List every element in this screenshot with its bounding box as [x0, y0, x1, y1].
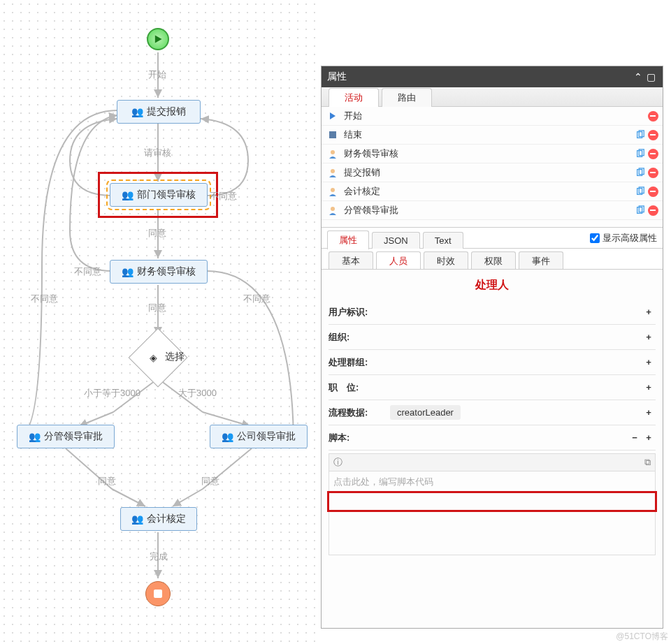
node-finance[interactable]: 👥 财务领导审核 [110, 260, 208, 284]
detail-tab[interactable]: 基本 [329, 251, 373, 269]
tab-json[interactable]: JSON [372, 232, 420, 249]
node-dept[interactable]: 👥 部门领导审核 [110, 183, 208, 207]
section-title: 处理人 [329, 274, 656, 300]
edge-label: 同意 [148, 227, 166, 240]
copy-icon[interactable] [635, 129, 646, 140]
advanced-checkbox-input[interactable] [590, 233, 600, 243]
node-label: 公司领导审批 [237, 430, 296, 443]
start-node[interactable] [147, 28, 169, 50]
copy-icon[interactable] [635, 167, 646, 178]
activity-row[interactable]: 结束 [322, 126, 663, 145]
script-editor[interactable]: 点击此处，编写脚本代码 [329, 471, 656, 555]
user-icon: 👥 [131, 513, 143, 525]
edge-label: 不同意 [210, 190, 237, 203]
flow-canvas[interactable]: 开始 👥 提交报销 请审核 👥 部门领导审核 不同意 同意 不同意 👥 财务领导… [0, 0, 318, 644]
activity-row[interactable]: 开始 [322, 107, 663, 126]
property-row: 流程数据:creatorLeader+ [329, 400, 656, 425]
edge-label-start: 开始 [148, 68, 166, 81]
delete-icon[interactable] [647, 167, 658, 178]
mid-tabs: 属性 JSON Text 显示高级属性 [322, 228, 663, 249]
svg-point-6 [331, 169, 335, 173]
svg-point-3 [331, 150, 335, 154]
add-button[interactable]: + [642, 332, 656, 342]
delete-icon[interactable] [647, 186, 658, 197]
activity-type-icon [326, 112, 340, 120]
panel-header: 属性 ⌃ ▢ [322, 66, 663, 87]
property-row: 职 位:+ [329, 375, 656, 400]
node-choice[interactable]: ◈ 选择 [116, 337, 200, 379]
add-button[interactable]: + [642, 432, 656, 443]
copy-icon[interactable] [635, 148, 646, 159]
user-icon: 👥 [122, 189, 134, 200]
tab-route[interactable]: 路由 [382, 88, 432, 107]
prop-key: 处理群组: [329, 356, 390, 369]
watermark: @51CTO博客 [616, 631, 668, 643]
copy-icon[interactable] [635, 186, 646, 197]
detail-tab[interactable]: 事件 [519, 251, 563, 269]
node-label: 财务领导审核 [137, 265, 196, 278]
edge-label: 同意 [98, 475, 116, 488]
activity-row[interactable]: 财务领导审核 [322, 145, 663, 163]
detail-tab[interactable]: 时效 [424, 251, 468, 269]
activity-row[interactable]: 会计核定 [322, 182, 663, 201]
info-icon[interactable]: ⓘ [333, 456, 342, 469]
prop-key: 组织: [329, 331, 390, 344]
tab-props[interactable]: 属性 [327, 230, 369, 249]
panel-title: 属性 [327, 71, 347, 83]
add-button[interactable]: + [642, 357, 656, 367]
activity-name: 财务领导审核 [340, 147, 635, 160]
activity-name: 提交报销 [340, 166, 635, 179]
tab-activity[interactable]: 活动 [329, 88, 379, 107]
delete-icon[interactable] [647, 129, 658, 140]
edge-label: 不同意 [243, 293, 270, 305]
svg-point-9 [331, 188, 335, 192]
node-branch-right[interactable]: 👥 公司领导审批 [210, 425, 308, 448]
maximize-icon[interactable]: ▢ [644, 71, 657, 82]
remove-button[interactable]: − [628, 432, 642, 443]
node-account[interactable]: 👥 会计核定 [120, 507, 197, 531]
edge-label: 同意 [201, 475, 219, 488]
edge-label: 完成 [150, 550, 168, 563]
activity-row[interactable]: 分管领导审批 [322, 201, 663, 220]
activity-list[interactable]: 开始结束财务领导审核提交报销会计核定分管领导审批 [322, 107, 663, 228]
script-toolbar: ⓘ ⧉ [329, 453, 656, 471]
add-button[interactable]: + [642, 407, 656, 418]
property-row: 脚本:−+ [329, 425, 656, 451]
collapse-icon[interactable]: ⌃ [632, 71, 644, 82]
property-row: 组织:+ [329, 325, 656, 350]
script-placeholder: 点击此处，编写脚本代码 [333, 476, 433, 487]
show-advanced-checkbox[interactable]: 显示高级属性 [590, 232, 657, 244]
edge-label: 小于等于3000 [84, 387, 140, 400]
activity-type-icon [326, 131, 340, 139]
user-icon: 👥 [29, 431, 41, 442]
property-row: 处理群组:+ [329, 350, 656, 375]
node-branch-left[interactable]: 👥 分管领导审批 [17, 425, 115, 448]
activity-name: 分管领导审批 [340, 204, 635, 217]
properties-panel: 属性 ⌃ ▢ 活动 路由 开始结束财务领导审核提交报销会计核定分管领导审批 属性… [321, 66, 663, 629]
activity-type-icon [326, 168, 340, 177]
prop-key: 流程数据: [329, 407, 390, 419]
activity-name: 结束 [340, 129, 635, 141]
user-icon: 👥 [222, 431, 233, 442]
delete-icon[interactable] [647, 205, 658, 216]
prop-key: 用户标识: [329, 306, 390, 319]
delete-icon[interactable] [647, 110, 658, 122]
delete-icon[interactable] [647, 148, 658, 159]
detail-tab[interactable]: 权限 [471, 251, 516, 269]
node-submit[interactable]: 👥 提交报销 [117, 100, 201, 124]
prop-value[interactable]: creatorLeader [390, 405, 642, 420]
edge-label: 同意 [148, 302, 166, 314]
user-icon: 👥 [122, 266, 134, 277]
maximize-script-icon[interactable]: ⧉ [644, 457, 651, 468]
detail-tab[interactable]: 人员 [376, 251, 421, 269]
top-level-tabs: 活动 路由 [322, 87, 663, 107]
add-button[interactable]: + [642, 307, 656, 317]
end-node[interactable] [145, 581, 171, 606]
copy-icon[interactable] [635, 205, 646, 216]
tab-text[interactable]: Text [423, 232, 463, 249]
activity-row[interactable]: 提交报销 [322, 163, 663, 182]
add-button[interactable]: + [642, 382, 656, 393]
property-row: 用户标识:+ [329, 300, 656, 325]
gateway-icon: ◈ [150, 352, 157, 363]
node-label: 分管领导审批 [44, 430, 103, 443]
